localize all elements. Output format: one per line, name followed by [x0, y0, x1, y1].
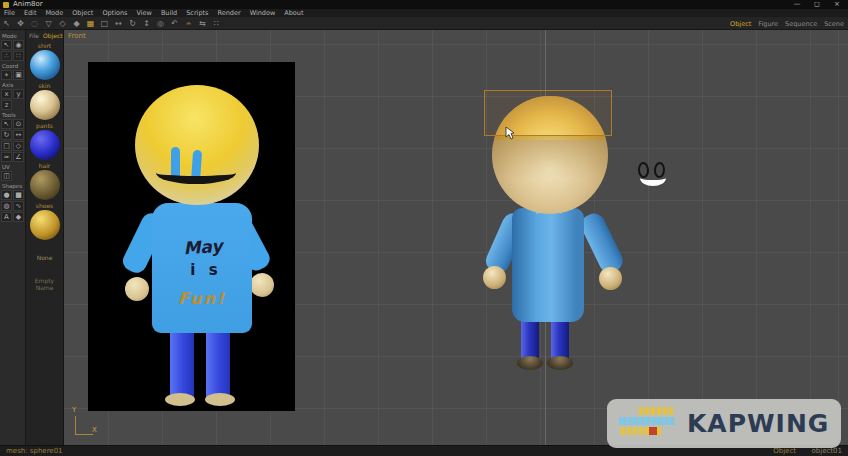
arrow-tool-icon[interactable]: ↖	[1, 119, 12, 129]
model-right-hand	[599, 267, 622, 290]
uv-tool-icon[interactable]: ◫	[1, 171, 12, 181]
menu-bar: File Edit Mode Object Options View Build…	[0, 9, 848, 17]
material-sphere-shoes[interactable]	[30, 210, 60, 240]
curve-tool-icon[interactable]: ≈	[1, 152, 12, 162]
cube-shape-icon[interactable]: ■	[13, 190, 24, 200]
ref-smile	[156, 162, 236, 184]
material-none-label: None	[26, 254, 63, 261]
material-sphere-shirt[interactable]	[30, 50, 60, 80]
material-sphere-skin[interactable]	[30, 90, 60, 120]
kapwing-watermark: KAPWING	[607, 399, 841, 448]
status-mesh-info: mesh: sphere01	[6, 447, 63, 455]
tab-figure[interactable]: Figure	[758, 20, 778, 28]
axis-z-toggle[interactable]: z	[1, 100, 12, 110]
ref-right-foot	[205, 393, 235, 406]
select-icon[interactable]: □	[100, 19, 109, 29]
material-item: shoes	[26, 202, 63, 240]
menu-file[interactable]: File	[4, 9, 15, 17]
material-sphere-hair[interactable]	[30, 170, 60, 200]
app-icon	[3, 2, 9, 8]
section-tools-label: Tools	[2, 112, 24, 118]
mesh-shape-icon[interactable]: ◆	[13, 212, 24, 222]
scale-icon[interactable]: ↕	[142, 19, 151, 29]
menu-options[interactable]: Options	[102, 9, 127, 17]
tab-sequence[interactable]: Sequence	[785, 20, 817, 28]
pan-icon[interactable]: ✥	[16, 19, 25, 29]
model-left-foot	[517, 356, 543, 370]
selection-bounding-box	[484, 90, 612, 136]
menu-mode[interactable]: Mode	[45, 9, 63, 17]
section-axis-label: Axis	[2, 82, 24, 88]
world-coord-icon[interactable]: ⌖	[1, 70, 12, 80]
material-item: skin	[26, 82, 63, 120]
axis-x-toggle[interactable]: x	[1, 89, 12, 99]
rotate-tool-icon[interactable]: ↻	[1, 130, 12, 140]
menu-view[interactable]: View	[136, 9, 151, 17]
ref-left-foot	[165, 393, 195, 406]
menu-edit[interactable]: Edit	[24, 9, 37, 17]
text-shape-icon[interactable]: A	[1, 212, 12, 222]
sphere-shape-icon[interactable]: ●	[1, 190, 12, 200]
materials-tab-file[interactable]: File	[29, 32, 39, 39]
material-sphere-pants[interactable]	[30, 130, 60, 160]
reference-image: May i s Fun!	[88, 62, 295, 411]
grid-snap-icon[interactable]: ▦	[86, 19, 95, 29]
material-name: shirt	[38, 42, 51, 49]
material-name: skin	[38, 82, 50, 89]
cylinder-shape-icon[interactable]: ◍	[1, 201, 12, 211]
circle-select-icon[interactable]: ⊙	[13, 119, 24, 129]
minimize-button[interactable]: —	[790, 0, 804, 9]
floating-smile[interactable]	[640, 170, 666, 186]
smooth-shaded-icon[interactable]: ◆	[72, 19, 81, 29]
materials-tab-object[interactable]: Object	[43, 32, 63, 39]
close-button[interactable]: ×	[830, 0, 844, 9]
tab-object[interactable]: Object	[730, 20, 751, 28]
angle-tool-icon[interactable]: ∠	[13, 152, 24, 162]
material-name: pants	[36, 122, 53, 129]
title-bar: Anim8or — ◻ ×	[0, 0, 848, 9]
screen-coord-icon[interactable]: ▣	[13, 70, 24, 80]
material-item: shirt	[26, 42, 63, 80]
ref-right-leg	[206, 328, 230, 398]
viewport-front[interactable]: Front May i s Fun!	[64, 30, 848, 445]
rotate-icon[interactable]: ↻	[128, 19, 137, 29]
mirror-icon[interactable]: ⇆	[198, 19, 207, 29]
restore-button[interactable]: ◻	[810, 0, 824, 9]
top-toolbar: ↖ ✥ ◌ ▽ ◇ ◆ ▦ □ ↔ ↻ ↕ ◎ ↶ 𝄐 ⇆ ∷ Object F…	[0, 17, 848, 30]
menu-build[interactable]: Build	[161, 9, 177, 17]
move-icon[interactable]: ↔	[114, 19, 123, 29]
axis-y-line	[75, 416, 76, 434]
view-label: Front	[68, 32, 86, 40]
axis-mode-icon[interactable]: ∷	[13, 51, 24, 61]
flat-shaded-icon[interactable]: ◇	[58, 19, 67, 29]
axis-y-toggle[interactable]: y	[13, 89, 24, 99]
anim8or-window: Anim8or — ◻ × File Edit Mode Object Opti…	[0, 0, 848, 456]
menu-scripts[interactable]: Scripts	[186, 9, 208, 17]
ref-shirt-text-line2: i s	[184, 261, 228, 279]
spline-shape-icon[interactable]: ∿	[13, 201, 24, 211]
key-icon[interactable]: 𝄐	[184, 19, 193, 29]
point-edit-icon[interactable]: ∴	[1, 51, 12, 61]
ref-shirt-text-line1: May	[169, 235, 236, 260]
menu-about[interactable]: About	[284, 9, 303, 17]
menu-render[interactable]: Render	[217, 9, 240, 17]
mouse-cursor-icon	[505, 126, 515, 140]
diamond-tool-icon[interactable]: ◇	[13, 141, 24, 151]
section-mode-label: Mode	[2, 33, 24, 39]
drag-tool-icon[interactable]: ↔	[13, 130, 24, 140]
select-mode-icon[interactable]: ↖	[1, 40, 12, 50]
tab-scene[interactable]: Scene	[824, 20, 844, 28]
axis-y-label: Y	[72, 406, 76, 414]
pointer-icon[interactable]: ↖	[2, 19, 11, 29]
menu-window[interactable]: Window	[250, 9, 276, 17]
zoom-icon[interactable]: ◌	[30, 19, 39, 29]
undo-icon[interactable]: ↶	[170, 19, 179, 29]
menu-object[interactable]: Object	[72, 9, 93, 17]
wireframe-icon[interactable]: ▽	[44, 19, 53, 29]
status-object-name: object01	[812, 447, 842, 455]
rect-tool-icon[interactable]: □	[1, 141, 12, 151]
subdivide-icon[interactable]: ∷	[212, 19, 221, 29]
uniform-scale-icon[interactable]: ◎	[156, 19, 165, 29]
ref-left-leg	[170, 328, 194, 398]
view-eye-icon[interactable]: ◉	[13, 40, 24, 50]
